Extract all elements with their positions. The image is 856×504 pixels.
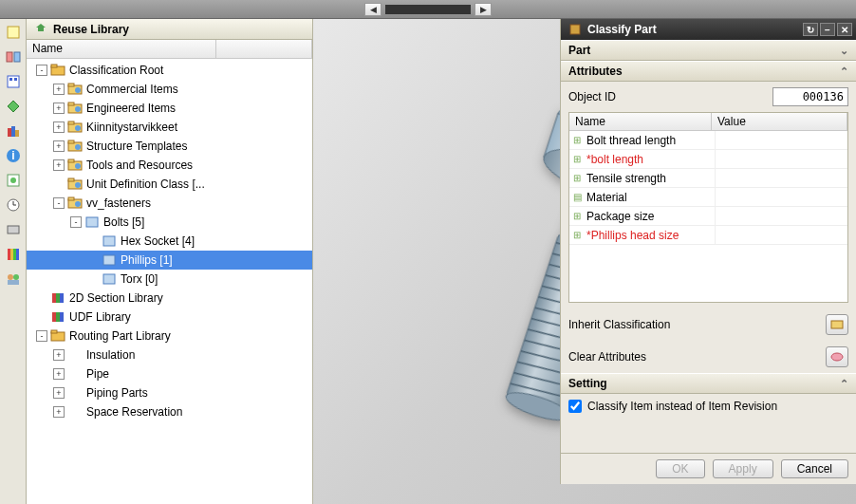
tree-view[interactable]: -Classification Root+Commercial Items+En…: [27, 59, 312, 504]
attribute-value-cell[interactable]: [715, 226, 847, 244]
refresh-button[interactable]: ↻: [803, 23, 818, 36]
svg-point-83: [831, 353, 843, 361]
object-id-field[interactable]: [772, 87, 848, 106]
section-header-part[interactable]: Part ⌄: [561, 40, 856, 61]
column-header-name[interactable]: Name: [27, 40, 216, 58]
inherit-classification-button[interactable]: [826, 314, 848, 335]
svg-point-47: [75, 201, 81, 207]
sidebar-icon-4[interactable]: [4, 97, 23, 116]
classify-item-checkbox-label[interactable]: Classify Item instead of Item Revision: [587, 400, 777, 413]
tree-node[interactable]: +Commercial Items: [27, 80, 312, 99]
tree-expander[interactable]: [53, 178, 65, 190]
sidebar-icon-1[interactable]: [4, 23, 23, 42]
clear-attributes-button[interactable]: [826, 346, 848, 367]
minimize-button[interactable]: −: [820, 23, 835, 36]
tree-expander[interactable]: -: [70, 216, 82, 228]
tree-expander[interactable]: +: [53, 103, 65, 114]
tree-expander[interactable]: +: [53, 368, 65, 380]
attribute-row[interactable]: ⊞Bolt thread length: [569, 131, 847, 150]
attributes-table: Name Value ⊞Bolt thread length⊞*bolt len…: [568, 112, 848, 303]
attribute-type-icon: ⊞: [569, 211, 585, 221]
tree-node[interactable]: Torx [0]: [27, 270, 312, 289]
tree-expander[interactable]: -: [53, 197, 65, 209]
tree-expander[interactable]: [36, 311, 47, 323]
attribute-value-cell[interactable]: [715, 131, 847, 149]
sidebar-icon-7[interactable]: [4, 171, 23, 190]
svg-rect-37: [68, 140, 74, 143]
section-header-attributes[interactable]: Attributes ⌃: [561, 61, 856, 82]
attribute-value-cell[interactable]: [715, 150, 847, 168]
tree-expander[interactable]: +: [53, 349, 65, 361]
nav-next-button[interactable]: ▶: [475, 3, 492, 16]
tree-node-label: vv_fasteners: [86, 196, 151, 210]
sidebar-icon-3[interactable]: [4, 72, 23, 91]
tree-node[interactable]: -Classification Root: [27, 61, 312, 80]
tree-node[interactable]: +Insulation: [27, 345, 312, 364]
tree-expander[interactable]: +: [53, 387, 65, 399]
tree-expander[interactable]: [87, 254, 99, 266]
attribute-value-cell[interactable]: [715, 169, 847, 187]
attribute-row[interactable]: ⊞*bolt length: [569, 150, 847, 169]
tree-node-label: Engineered Items: [86, 102, 176, 115]
tree-expander[interactable]: +: [53, 406, 65, 418]
attribute-row[interactable]: ▤Material: [569, 188, 847, 207]
sidebar-icon-clock[interactable]: [4, 196, 23, 215]
tree-node[interactable]: Phillips [1]: [27, 251, 312, 270]
tree-expander[interactable]: +: [53, 159, 65, 171]
tree-node[interactable]: -vv_fasteners: [27, 194, 312, 213]
attribute-row[interactable]: ⊞*Phillips head size: [569, 226, 847, 245]
svg-rect-59: [51, 330, 57, 333]
classify-item-checkbox[interactable]: [568, 400, 582, 413]
tree-node[interactable]: -Routing Part Library: [27, 327, 312, 345]
close-button[interactable]: ✕: [837, 23, 852, 36]
attribute-row[interactable]: ⊞Tensile strength: [569, 169, 847, 188]
tree-expander[interactable]: [36, 292, 47, 304]
tree-node-label: Tools and Resources: [86, 159, 193, 172]
svg-rect-7: [8, 128, 11, 137]
attr-column-value[interactable]: Value: [712, 113, 847, 130]
tree-expander[interactable]: +: [53, 121, 65, 133]
attribute-value-cell[interactable]: [715, 207, 847, 225]
tree-expander[interactable]: [87, 235, 99, 247]
tree-node[interactable]: UDF Library: [27, 308, 312, 327]
column-header-blank[interactable]: [216, 40, 312, 58]
svg-rect-18: [8, 249, 10, 260]
tree-node[interactable]: +Piping Parts: [27, 383, 312, 402]
tree-node[interactable]: -Bolts [5]: [27, 213, 312, 232]
tree-expander[interactable]: +: [53, 140, 65, 152]
sidebar-icon-9[interactable]: [4, 220, 23, 239]
svg-rect-34: [68, 121, 74, 124]
svg-rect-52: [52, 293, 56, 303]
ok-button[interactable]: OK: [656, 459, 704, 478]
apply-button[interactable]: Apply: [713, 459, 773, 478]
section-header-setting[interactable]: Setting ⌃: [561, 373, 856, 394]
tree-node[interactable]: Hex Socket [4]: [27, 232, 312, 251]
tree-node[interactable]: +Tools and Resources: [27, 156, 312, 175]
tree-expander[interactable]: -: [36, 65, 47, 76]
sidebar-icon-2[interactable]: [4, 47, 23, 66]
attr-column-name[interactable]: Name: [569, 113, 712, 130]
tree-expander[interactable]: +: [53, 84, 65, 95]
tree-node-label: Unit Definition Class [...: [86, 177, 205, 191]
attribute-row[interactable]: ⊞Package size: [569, 207, 847, 226]
svg-rect-20: [13, 249, 16, 260]
tree-node[interactable]: +Structure Templates: [27, 137, 312, 156]
tree-node[interactable]: +Kiinnitystarvikkeet: [27, 118, 312, 137]
sidebar-icon-palette[interactable]: [4, 245, 23, 264]
sidebar-icon-5[interactable]: [4, 121, 23, 140]
tree-expander[interactable]: [87, 273, 99, 285]
attribute-value-cell[interactable]: [715, 188, 847, 206]
sidebar-icon-info[interactable]: i: [4, 146, 23, 165]
tree-node[interactable]: +Engineered Items: [27, 99, 312, 118]
svg-rect-9: [15, 130, 19, 137]
tree-node[interactable]: 2D Section Library: [27, 289, 312, 308]
tree-node[interactable]: +Space Reservation: [27, 402, 312, 421]
nav-prev-button[interactable]: ◀: [364, 3, 381, 16]
cancel-button[interactable]: Cancel: [781, 459, 848, 478]
tree-node[interactable]: Unit Definition Class [...: [27, 175, 312, 194]
tree-expander[interactable]: -: [36, 330, 47, 342]
tree-node[interactable]: +Pipe: [27, 364, 312, 383]
attribute-name: Tensile strength: [585, 172, 715, 185]
tree-node-icon: [102, 233, 117, 249]
sidebar-icon-users[interactable]: [4, 270, 23, 289]
